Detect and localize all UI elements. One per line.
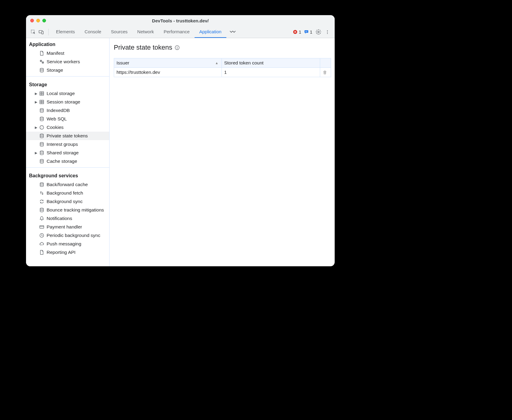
svg-point-24 [41, 128, 41, 128]
sidebar-item-background-sync[interactable]: Background sync [26, 197, 109, 206]
db-icon [39, 158, 45, 164]
sidebar-item-back/forward-cache[interactable]: Back/forward cache [26, 180, 109, 189]
sidebar-item-indexeddb[interactable]: IndexedDB [26, 106, 109, 115]
tab-performance[interactable]: Performance [159, 26, 195, 38]
sidebar-item-interest-groups[interactable]: Interest groups [26, 140, 109, 149]
svg-point-10 [327, 33, 328, 34]
sidebar-item-session-storage[interactable]: ▶Session storage [26, 98, 109, 106]
close-window-button[interactable] [30, 19, 34, 22]
inspect-element-icon[interactable] [30, 29, 36, 35]
expand-arrow-icon[interactable]: ▶ [34, 100, 38, 104]
info-icon[interactable] [175, 45, 180, 50]
sort-asc-icon: ▲ [215, 61, 218, 65]
svg-point-23 [42, 128, 42, 128]
sidebar-item-label: Manifest [47, 51, 64, 56]
sidebar-item-reporting-api[interactable]: Reporting API [26, 248, 109, 257]
sidebar-item-label: Service workers [47, 59, 80, 64]
page-icon [39, 249, 45, 255]
sidebar-item-private-state-tokens[interactable]: Private state tokens [26, 132, 109, 140]
tab-elements[interactable]: Elements [51, 26, 80, 38]
column-count[interactable]: Stored token count [222, 58, 320, 68]
svg-point-26 [40, 142, 44, 143]
message-count: 1 [310, 30, 312, 34]
svg-point-27 [40, 151, 44, 152]
settings-icon[interactable] [315, 29, 321, 35]
cell-count: 1 [222, 68, 320, 77]
column-actions [320, 58, 331, 68]
table-row[interactable]: https://trusttoken.dev1 [114, 68, 331, 77]
svg-point-9 [327, 31, 328, 32]
svg-point-22 [42, 126, 42, 127]
sidebar-item-bounce-tracking-mitigations[interactable]: Bounce tracking mitigations [26, 206, 109, 214]
svg-point-19 [40, 117, 44, 118]
sidebar-item-label: Shared storage [47, 150, 79, 156]
window-controls [30, 19, 46, 22]
sidebar-item-local-storage[interactable]: ▶Local storage [26, 89, 109, 98]
sidebar-item-label: Local storage [47, 91, 75, 96]
sidebar-item-notifications[interactable]: Notifications [26, 214, 109, 223]
sidebar-section-storage: Storage [26, 78, 109, 89]
message-badge[interactable]: 1 [304, 30, 312, 34]
db-icon [39, 150, 45, 156]
expand-arrow-icon[interactable]: ▶ [34, 126, 38, 130]
sidebar-item-storage[interactable]: Storage [26, 66, 109, 74]
sidebar-item-background-fetch[interactable]: Background fetch [26, 189, 109, 197]
sidebar-item-push-messaging[interactable]: Push messaging [26, 240, 109, 248]
zoom-window-button[interactable] [42, 19, 46, 22]
sidebar-section-application: Application [26, 38, 109, 49]
divider [48, 29, 49, 35]
svg-point-7 [318, 31, 319, 33]
sidebar-section-background-services: Background services [26, 169, 109, 180]
sidebar-item-cache-storage[interactable]: Cache storage [26, 157, 109, 166]
tab-network[interactable]: Network [133, 26, 159, 38]
error-badge[interactable]: 1 [293, 30, 301, 34]
tab-sources[interactable]: Sources [106, 26, 133, 38]
page-icon [39, 50, 45, 56]
sidebar-item-service-workers[interactable]: Service workers [26, 57, 109, 66]
db-icon [39, 182, 45, 188]
sidebar-item-label: Private state tokens [47, 133, 88, 139]
expand-arrow-icon[interactable]: ▶ [34, 92, 38, 96]
sidebar-item-label: Back/forward cache [47, 182, 88, 187]
sidebar-item-label: Payment handler [47, 224, 82, 230]
minimize-window-button[interactable] [36, 19, 40, 22]
svg-point-28 [40, 159, 44, 160]
db-icon [39, 116, 45, 122]
sidebar-item-label: Notifications [47, 216, 72, 221]
expand-arrow-icon[interactable]: ▶ [34, 151, 38, 155]
gears-icon [39, 59, 45, 65]
kebab-menu-icon[interactable] [324, 29, 330, 35]
panel-tabs: ElementsConsoleSourcesNetworkPerformance… [51, 26, 226, 38]
db-icon [39, 141, 45, 147]
sidebar-item-periodic-background-sync[interactable]: Periodic background sync [26, 231, 109, 240]
sidebar-item-shared-storage[interactable]: ▶Shared storage [26, 149, 109, 157]
sidebar-item-label: Cookies [47, 125, 64, 130]
db-icon [39, 207, 45, 213]
divider [26, 167, 109, 168]
tokens-table: Issuer ▲ Stored token count https://trus… [114, 58, 331, 77]
sidebar-item-label: Background fetch [47, 190, 83, 196]
svg-rect-5 [305, 31, 308, 31]
svg-point-8 [327, 30, 328, 31]
svg-point-20 [40, 126, 44, 130]
delete-button[interactable] [320, 68, 331, 77]
more-tabs-button[interactable] [226, 30, 239, 34]
sidebar-item-web-sql[interactable]: Web SQL [26, 115, 109, 123]
device-toolbar-icon[interactable] [38, 29, 44, 35]
tab-application[interactable]: Application [195, 26, 226, 38]
panel-title: Private state tokens [114, 44, 331, 51]
svg-point-11 [40, 60, 42, 62]
tab-console[interactable]: Console [80, 26, 106, 38]
main-panel: Private state tokens Issuer ▲ Stored tok… [110, 38, 335, 266]
sidebar-item-manifest[interactable]: Manifest [26, 49, 109, 57]
sidebar-item-label: Periodic background sync [47, 233, 100, 238]
svg-point-25 [40, 134, 44, 135]
sidebar-item-label: Session storage [47, 99, 80, 105]
svg-point-30 [40, 208, 44, 209]
svg-point-13 [42, 62, 44, 63]
sidebar-item-payment-handler[interactable]: Payment handler [26, 223, 109, 231]
svg-rect-6 [305, 32, 307, 32]
svg-point-18 [40, 108, 44, 110]
column-issuer[interactable]: Issuer ▲ [114, 58, 222, 68]
sidebar-item-cookies[interactable]: ▶Cookies [26, 123, 109, 132]
